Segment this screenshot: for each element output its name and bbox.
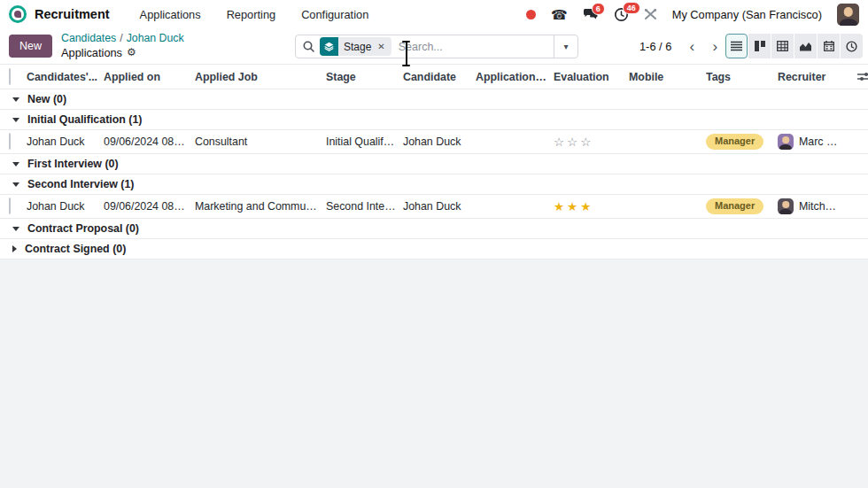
app-title[interactable]: Recruitment [35, 7, 110, 21]
list-view-icon [731, 41, 742, 51]
recording-dot-icon [526, 10, 536, 19]
caret-down-icon [12, 162, 19, 167]
graph-view-icon [800, 42, 811, 51]
breadcrumb-separator: / [120, 32, 122, 45]
activities-clock-icon[interactable]: 46 [614, 7, 629, 22]
group-row-second-interview[interactable]: Second Interview (1) [0, 174, 868, 195]
recruiter-avatar [778, 134, 794, 150]
group-row-contract-proposal[interactable]: Contract Proposal (0) [0, 219, 868, 239]
col-applied-on[interactable]: Applied on [104, 71, 195, 83]
cell-candidate-name: Johan Duck [27, 200, 104, 213]
systray: ☎ 6 46 [526, 4, 859, 26]
cell-stage: Second Intervi... [326, 200, 403, 213]
view-switcher [725, 34, 863, 58]
col-tags[interactable]: Tags [706, 71, 778, 83]
view-pivot-button[interactable] [771, 34, 794, 58]
caret-down-icon [12, 182, 19, 187]
row-checkbox[interactable] [9, 133, 11, 150]
view-activity-button[interactable] [841, 34, 863, 58]
caret-right-icon [12, 245, 17, 252]
cell-candidate: Johan Duck [403, 136, 476, 148]
activities-badge: 46 [623, 2, 640, 15]
evaluation-stars[interactable]: ☆☆☆ [554, 135, 629, 149]
select-all-checkbox[interactable] [9, 68, 11, 85]
list-header-row: Candidates'... Applied on Applied Job St… [0, 65, 868, 89]
group-row-new[interactable]: New (0) [0, 89, 868, 110]
row-checkbox[interactable] [9, 198, 11, 214]
menu-reporting[interactable]: Reporting [227, 8, 276, 21]
breadcrumb-candidates[interactable]: Candidates [61, 32, 116, 45]
caret-down-icon [12, 97, 19, 102]
groupby-facet-stage: Stage ✕ [320, 37, 391, 56]
pager-range: 1-6 / 6 [639, 40, 671, 53]
applications-list: Candidates'... Applied on Applied Job St… [0, 65, 868, 259]
cell-applied-job: Marketing and Community M... [195, 200, 326, 213]
new-button[interactable]: New [9, 35, 52, 58]
col-candidates-name[interactable]: Candidates'... [27, 71, 104, 83]
pager: 1-6 / 6 ‹ › [639, 35, 726, 58]
group-row-contract-signed[interactable]: Contract Signed (0) [0, 239, 868, 259]
application-row[interactable]: Johan Duck 09/06/2024 08:06:... Marketin… [0, 195, 868, 219]
pivot-view-icon [777, 41, 788, 51]
search-placeholder: Search... [399, 41, 443, 53]
messages-badge: 6 [592, 3, 605, 16]
group-row-first-interview[interactable]: First Interview (0) [0, 154, 868, 174]
search-dropdown-toggle[interactable]: ▾ [554, 35, 577, 58]
view-calendar-button[interactable] [818, 34, 840, 58]
caret-down-icon [12, 118, 19, 122]
control-panel: New Candidates / Johan Duck Applications… [0, 28, 868, 65]
menu-applications[interactable]: Applications [140, 8, 201, 21]
breadcrumb: Candidates / Johan Duck Applications ⚙ [61, 32, 184, 59]
breadcrumb-johan-duck[interactable]: Johan Duck [127, 32, 184, 45]
tools-debug-icon[interactable] [644, 8, 657, 20]
view-graph-button[interactable] [794, 34, 817, 58]
tag-manager: Manager [706, 198, 763, 214]
recruitment-app-window: Recruitment Applications Reporting Confi… [0, 0, 868, 488]
company-switcher[interactable]: My Company (San Francisco) [672, 8, 822, 21]
pager-previous-button[interactable]: ‹ [680, 35, 703, 58]
facet-remove-icon[interactable]: ✕ [376, 42, 391, 51]
kanban-view-icon [755, 41, 765, 51]
col-candidate[interactable]: Candidate [403, 71, 476, 83]
activity-view-icon [846, 41, 857, 52]
col-recruiter[interactable]: Recruiter [778, 71, 849, 83]
facet-label: Stage [338, 41, 376, 53]
cell-candidate-name: Johan Duck [27, 136, 104, 148]
col-evaluation[interactable]: Evaluation [554, 71, 629, 83]
messages-icon[interactable]: 6 [583, 8, 599, 21]
recruiter-cell: Mitchell A... [778, 198, 849, 214]
view-list-button[interactable] [725, 34, 748, 58]
main-menu: Applications Reporting Configuration [140, 8, 369, 21]
cell-applied-job: Consultant [195, 136, 326, 148]
pager-next-button[interactable]: › [703, 35, 726, 58]
adjust-columns-icon[interactable] [857, 71, 868, 82]
col-application-status[interactable]: Application St... [476, 71, 554, 83]
view-kanban-button[interactable] [748, 34, 771, 58]
tag-manager: Manager [706, 134, 763, 150]
cell-applied-on: 09/06/2024 08:06:... [104, 136, 195, 148]
caret-down-icon [12, 227, 19, 231]
menu-configuration[interactable]: Configuration [301, 8, 368, 21]
user-avatar[interactable] [837, 4, 859, 26]
page-title: Applications [61, 46, 122, 60]
chevron-down-icon: ▾ [563, 42, 568, 51]
col-mobile[interactable]: Mobile [629, 71, 706, 83]
cell-stage: Initial Qualifica... [326, 136, 403, 148]
content-empty-area [0, 259, 868, 488]
search-icon [303, 41, 314, 52]
col-stage[interactable]: Stage [326, 71, 403, 83]
action-gear-icon[interactable]: ⚙ [127, 46, 136, 59]
voip-phone-icon[interactable]: ☎ [551, 8, 568, 21]
search-bar[interactable]: Stage ✕ Search... ▾ [295, 35, 578, 58]
recruiter-avatar [778, 198, 794, 214]
group-row-initial-qualification[interactable]: Initial Qualification (1) [0, 110, 868, 130]
cell-applied-on: 09/06/2024 08:06:... [104, 200, 195, 213]
application-row[interactable]: Johan Duck 09/06/2024 08:06:... Consulta… [0, 130, 868, 154]
recruiter-cell: Marc Demo [778, 134, 849, 150]
calendar-view-icon [824, 41, 834, 51]
col-applied-job[interactable]: Applied Job [195, 71, 326, 83]
evaluation-stars[interactable]: ★★★ [554, 199, 629, 213]
cell-candidate: Johan Duck [403, 200, 476, 213]
layers-groupby-icon [320, 37, 338, 56]
recruitment-app-icon[interactable] [9, 5, 27, 23]
